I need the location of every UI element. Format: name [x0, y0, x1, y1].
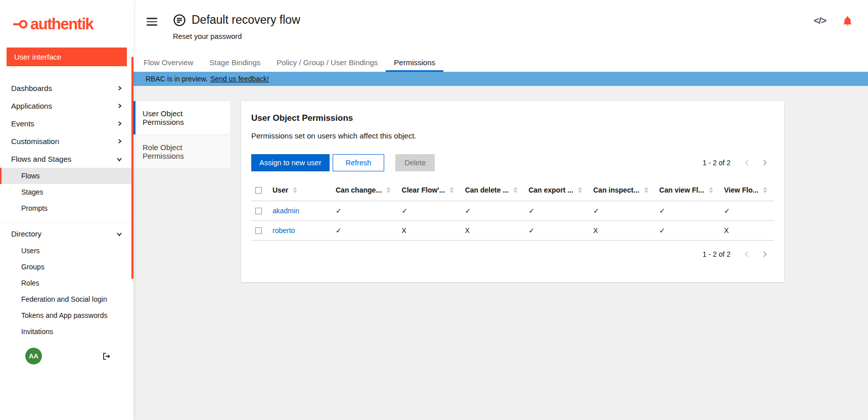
sort-icon[interactable]: [709, 187, 713, 193]
sort-icon[interactable]: [513, 187, 518, 193]
column-header-can-delete[interactable]: Can delete ...: [461, 179, 525, 201]
column-header-can-view[interactable]: Can view Fl...: [655, 179, 720, 201]
sidebar-item-dashboards[interactable]: Dashboards: [0, 79, 133, 97]
permissions-toolbar: Assign to new user Refresh Delete 1 - 2 …: [251, 154, 774, 171]
flow-icon: [173, 14, 186, 27]
sidebar-item-applications[interactable]: Applications: [0, 97, 133, 115]
avatar[interactable]: AA: [25, 348, 42, 364]
user-link[interactable]: akadmin: [272, 207, 299, 215]
permission-cell: ✓: [524, 221, 589, 241]
column-header-user[interactable]: User: [268, 179, 332, 201]
column-header-can-export[interactable]: Can export ...: [524, 179, 589, 201]
sort-icon[interactable]: [293, 187, 297, 193]
sidebar-item-label: Flows and Stages: [11, 155, 71, 163]
permission-cell: X: [398, 221, 461, 241]
card-title: User Object Permissions: [251, 113, 774, 123]
delete-button[interactable]: Delete: [395, 154, 435, 171]
page-subtitle: Reset your password: [173, 32, 300, 40]
sidebar-item-flows-and-stages[interactable]: Flows and Stages: [0, 150, 133, 168]
refresh-button[interactable]: Refresh: [333, 154, 385, 171]
chevron-right-icon: [762, 159, 768, 166]
permission-cell: ✓: [720, 201, 774, 221]
permission-cell: X: [589, 221, 656, 241]
card-description: Permissions set on users which affect th…: [251, 131, 774, 140]
permission-cell: ✓: [524, 201, 589, 221]
select-all-checkbox[interactable]: [255, 187, 262, 194]
title-block: Default recovery flow Reset your passwor…: [173, 13, 300, 40]
sidebar-item-label: Events: [11, 119, 34, 128]
sidebar-item-user-interface[interactable]: User interface: [7, 48, 127, 66]
tab-permissions[interactable]: Permissions: [386, 53, 443, 72]
column-header-view-flow[interactable]: View Flo...: [720, 179, 774, 201]
select-all-header: [251, 179, 268, 201]
api-drawer-icon[interactable]: </>: [814, 15, 826, 26]
sidebar-item-tokens-app-passwords[interactable]: Tokens and App passwords: [0, 307, 133, 323]
chevron-down-icon: [116, 231, 122, 237]
permission-cell: ✓: [655, 201, 720, 221]
sort-icon[interactable]: [763, 187, 767, 193]
sidebar-item-label: Applications: [11, 102, 52, 110]
pagination-prev-button[interactable]: [738, 157, 756, 168]
permission-cell: ✓: [461, 201, 525, 221]
sort-icon[interactable]: [578, 187, 582, 193]
sidebar-scrollbar[interactable]: [131, 57, 133, 279]
tab-policy-group-user-bindings[interactable]: Policy / Group / User Bindings: [268, 53, 386, 72]
banner-text: RBAC is in preview.: [146, 75, 208, 83]
sidebar-item-prompts[interactable]: Prompts: [0, 200, 133, 216]
sidebar-item-groups[interactable]: Groups: [0, 259, 133, 275]
sidebar-item-label: Directory: [11, 229, 41, 238]
logout-button[interactable]: [101, 351, 113, 362]
tab-role-object-permissions[interactable]: Role Object Permissions: [133, 134, 230, 168]
pagination-next-button[interactable]: [756, 249, 774, 260]
logout-icon: [102, 352, 112, 361]
column-header-clear-flow-cache[interactable]: Clear Flow'...: [398, 179, 461, 201]
chevron-right-icon: [117, 121, 122, 126]
chevron-left-icon: [744, 251, 750, 258]
permission-cell: X: [461, 221, 525, 241]
sidebar-toggle-button[interactable]: [147, 18, 157, 26]
sort-icon[interactable]: [386, 187, 391, 193]
chevron-right-icon: [762, 251, 768, 258]
row-checkbox[interactable]: [255, 208, 262, 214]
flow-tabs: Flow Overview Stage Bindings Policy / Gr…: [133, 53, 868, 72]
user-link[interactable]: roberto: [272, 226, 295, 235]
chevron-left-icon: [744, 159, 750, 166]
sidebar-item-events[interactable]: Events: [0, 115, 133, 132]
feedback-link[interactable]: Send us feedback!: [210, 75, 269, 83]
permission-cell: ✓: [332, 201, 398, 221]
chevron-down-icon: [116, 156, 122, 162]
tab-user-object-permissions[interactable]: User Object Permissions: [133, 101, 230, 134]
pagination-prev-button[interactable]: [738, 249, 756, 260]
column-header-can-inspect[interactable]: Can inspect...: [589, 179, 656, 201]
permission-cell: ✓: [655, 221, 720, 241]
sort-icon[interactable]: [644, 187, 649, 193]
app-root: authentik User interface Dashboards Appl…: [0, 0, 868, 420]
permissions-table: User Can change... Clear Flow'... Can de…: [251, 179, 774, 241]
table-row-roberto: roberto ✓ X X ✓ X ✓ X: [251, 221, 774, 241]
tab-stage-bindings[interactable]: Stage Bindings: [201, 53, 268, 72]
authentik-logo-icon: [13, 20, 28, 29]
pagination-next-button[interactable]: [756, 157, 774, 168]
sidebar-item-invitations[interactable]: Invitations: [0, 323, 133, 340]
tab-flow-overview[interactable]: Flow Overview: [135, 53, 201, 72]
sidebar-item-federation-social-login[interactable]: Federation and Social login: [0, 291, 133, 307]
sidebar-item-stages[interactable]: Stages: [0, 184, 133, 200]
authentik-logo[interactable]: authentik: [0, 0, 133, 43]
chevron-right-icon: [117, 138, 122, 144]
sidebar-item-flows[interactable]: Flows: [0, 168, 133, 184]
pagination-label: 1 - 2 of 2: [703, 250, 730, 258]
sort-icon[interactable]: [449, 187, 454, 193]
sidebar-item-directory[interactable]: Directory: [0, 225, 133, 243]
main-area: Default recovery flow Reset your passwor…: [133, 0, 868, 420]
sidebar-item-users[interactable]: Users: [0, 243, 133, 259]
assign-to-new-user-button[interactable]: Assign to new user: [251, 154, 330, 171]
column-header-can-change[interactable]: Can change...: [332, 179, 398, 201]
permission-cell: ✓: [398, 201, 461, 221]
pagination-bottom: 1 - 2 of 2: [251, 249, 774, 260]
sidebar-item-customisation[interactable]: Customisation: [0, 132, 133, 150]
notifications-bell-icon[interactable]: [842, 15, 853, 26]
rbac-preview-banner: RBAC is in preview. Send us feedback!: [133, 72, 868, 86]
row-checkbox[interactable]: [255, 227, 262, 234]
permissions-side-tabs: User Object Permissions Role Object Perm…: [133, 101, 230, 168]
sidebar-item-roles[interactable]: Roles: [0, 275, 133, 291]
